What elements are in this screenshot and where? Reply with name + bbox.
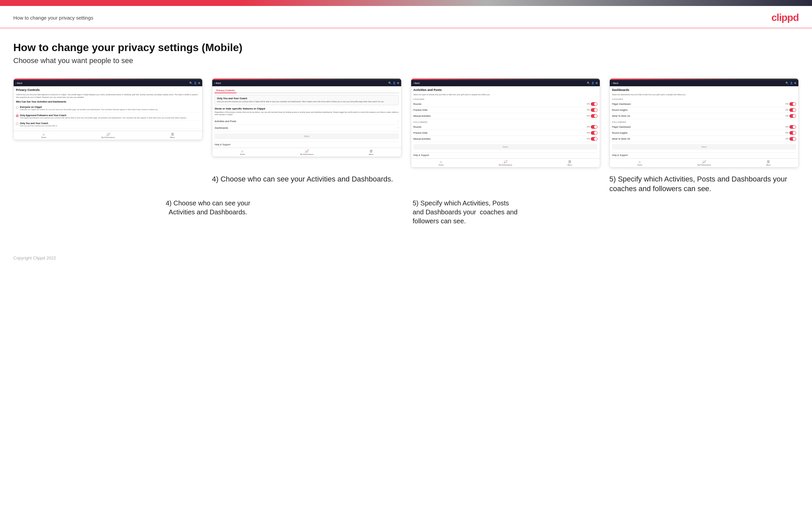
search-icon-2[interactable]: 🔍 (388, 81, 392, 84)
toggle-coaches-rounds-3[interactable]: Rounds ON (413, 101, 598, 107)
chevron-activities-2: › (398, 120, 399, 123)
radio-only-you[interactable] (16, 122, 18, 125)
description-4: Select the dashboards that you'd like to… (612, 94, 796, 96)
nav-performance-2[interactable]: 📈 My Performance (300, 149, 313, 155)
logo: clippd (771, 12, 799, 23)
toggle-label-coaches-work-4: What To Work On (612, 115, 630, 117)
nav-performance-1[interactable]: 📈 My Performance (101, 132, 114, 138)
back-label-3: Back (414, 82, 420, 84)
search-icon-4[interactable]: 🔍 (785, 81, 789, 84)
toggle-switch-fp4[interactable] (790, 125, 796, 129)
toggle-switch-cd3[interactable] (591, 108, 598, 112)
back-button-1[interactable]: ‹ Back (16, 81, 22, 84)
option-only-you-detail: Only you and the coaches you connect wit… (20, 125, 57, 127)
save-button-4[interactable]: Save (612, 144, 796, 150)
tooltip-title-2: Only You and Your Coach (217, 97, 396, 100)
option-everyone-detail: Everyone on Clippd can search for you an… (20, 109, 158, 111)
back-label-2: Back (216, 82, 221, 84)
home-icon-1: ⌂ (43, 132, 45, 136)
screenshot-4: ‹ Back 🔍 👤 ⚙ Dashboards Select the dashb… (609, 78, 799, 168)
back-button-3[interactable]: ‹ Back (413, 81, 420, 84)
toggle-switch-cw4[interactable] (790, 114, 796, 118)
toggle-switch-fr3[interactable] (591, 125, 598, 129)
nav-performance-label-3: My Performance (499, 164, 512, 166)
phone-header-icons-1: 🔍 👤 ⚙ (189, 81, 200, 84)
nav-home-1[interactable]: ⌂ Home (41, 132, 46, 138)
option-everyone-label: Everyone on Clippd (20, 106, 158, 108)
tab-privacy-controls[interactable]: Privacy Controls (214, 88, 237, 93)
back-button-4[interactable]: ‹ Back (612, 81, 618, 84)
screenshot-3: ‹ Back 🔍 👤 ⚙ Activities and Posts Select… (411, 78, 600, 168)
toggle-switch-fd3[interactable] (591, 131, 598, 135)
toggle-label-coaches-rounds-3: Rounds (413, 103, 421, 105)
menu-dashboards-2[interactable]: Dashboards › (214, 125, 399, 131)
people-icon-2[interactable]: 👤 (393, 81, 396, 84)
phone-nav-3: ⌂ Home 📈 My Performance ☰ Menu (411, 158, 600, 167)
menu-dashboards-label-2: Dashboards (214, 126, 228, 129)
toggle-followers-drills-3[interactable]: Practice Drills ON (413, 130, 598, 136)
phone-header-1: ‹ Back 🔍 👤 ⚙ (14, 80, 202, 86)
toggle-followers-rounds-3[interactable]: Rounds ON (413, 124, 598, 130)
nav-performance-label-4: My Performance (698, 164, 711, 166)
toggle-switch-fw4[interactable] (790, 137, 796, 141)
people-icon-1[interactable]: 👤 (194, 81, 197, 84)
toggle-switch-cp4[interactable] (790, 102, 796, 106)
toggle-coaches-drills-3[interactable]: Practice Drills ON (413, 107, 598, 113)
nav-menu-4[interactable]: ☰ Menu (766, 160, 771, 166)
nav-home-4[interactable]: ⌂ Home (637, 160, 642, 166)
toggle-on-text-fr3: ON (587, 126, 590, 128)
toggle-switch-cr3[interactable] (591, 102, 598, 106)
home-icon-2: ⌂ (242, 149, 244, 153)
nav-menu-1[interactable]: ☰ Menu (170, 132, 175, 138)
nav-home-3[interactable]: ⌂ Home (439, 160, 444, 166)
toggle-followers-work-4[interactable]: What To Work On ON (612, 136, 796, 142)
settings-icon-4[interactable]: ⚙ (794, 81, 796, 84)
tab-bar-2: Privacy Controls (214, 88, 399, 93)
toggle-switch-fm3[interactable] (591, 137, 598, 141)
settings-icon-2[interactable]: ⚙ (397, 81, 399, 84)
toggle-coaches-manual-3[interactable]: Manual Activities ON (413, 113, 598, 119)
radio-followers[interactable] (16, 114, 18, 117)
option-only-you-label: Only You and Your Coach (20, 122, 57, 124)
nav-performance-3[interactable]: 📈 My Performance (499, 160, 512, 166)
option-everyone[interactable]: Everyone on Clippd Everyone on Clippd ca… (16, 105, 200, 112)
home-icon-4: ⌂ (639, 160, 641, 164)
nav-menu-label-1: Menu (170, 136, 175, 138)
menu-activities-2[interactable]: Activities and Posts › (214, 118, 399, 125)
description-3: Select the types of activity that you'd … (413, 94, 598, 96)
nav-home-2[interactable]: ⌂ Home (240, 149, 245, 155)
save-button-3[interactable]: Save (413, 144, 598, 150)
settings-icon-1[interactable]: ⚙ (198, 81, 200, 84)
performance-icon-1: 📈 (106, 132, 110, 136)
toggle-coaches-insights-4[interactable]: Round Insights ON (612, 107, 796, 113)
nav-menu-2[interactable]: ☰ Menu (369, 149, 373, 155)
toggle-switch-ci4[interactable] (790, 108, 796, 112)
back-button-2[interactable]: ‹ Back (214, 81, 221, 84)
save-button-2[interactable]: Save (214, 133, 399, 139)
toggle-switch-fi4[interactable] (790, 131, 796, 135)
radio-everyone[interactable] (16, 106, 18, 109)
nav-performance-4[interactable]: 📈 My Performance (698, 160, 711, 166)
help-support-4: Help & Support (612, 152, 796, 156)
search-icon-3[interactable]: 🔍 (587, 81, 590, 84)
toggle-followers-manual-3[interactable]: Manual Activities ON (413, 136, 598, 142)
show-hide-text-2: Regardless of the privacy controls that … (214, 111, 399, 116)
option-followers[interactable]: Only Approved Followers and Your Coach O… (16, 113, 200, 121)
toggle-coaches-player-4[interactable]: Player Dashboard ON (612, 101, 796, 107)
toggle-label-coaches-drills-3: Practice Drills (413, 109, 428, 111)
nav-menu-3[interactable]: ☰ Menu (568, 160, 572, 166)
toggle-followers-player-4[interactable]: Player Dashboard ON (612, 124, 796, 130)
search-icon-1[interactable]: 🔍 (189, 81, 193, 84)
settings-icon-3[interactable]: ⚙ (596, 81, 598, 84)
toggle-coaches-work-4[interactable]: What To Work On ON (612, 113, 796, 119)
performance-icon-3: 📈 (503, 160, 507, 164)
people-icon-3[interactable]: 👤 (591, 81, 595, 84)
phone-body-4: Dashboards Select the dashboards that yo… (610, 86, 798, 158)
toggle-switch-cm3[interactable] (591, 114, 598, 118)
section-title-1: Privacy Controls (16, 88, 200, 92)
toggle-label-coaches-player-4: Player Dashboard (612, 103, 631, 105)
home-icon-3: ⌂ (440, 160, 442, 164)
people-icon-4[interactable]: 👤 (790, 81, 793, 84)
toggle-followers-insights-4[interactable]: Round Insights ON (612, 130, 796, 136)
option-only-you[interactable]: Only You and Your Coach Only you and the… (16, 121, 200, 129)
